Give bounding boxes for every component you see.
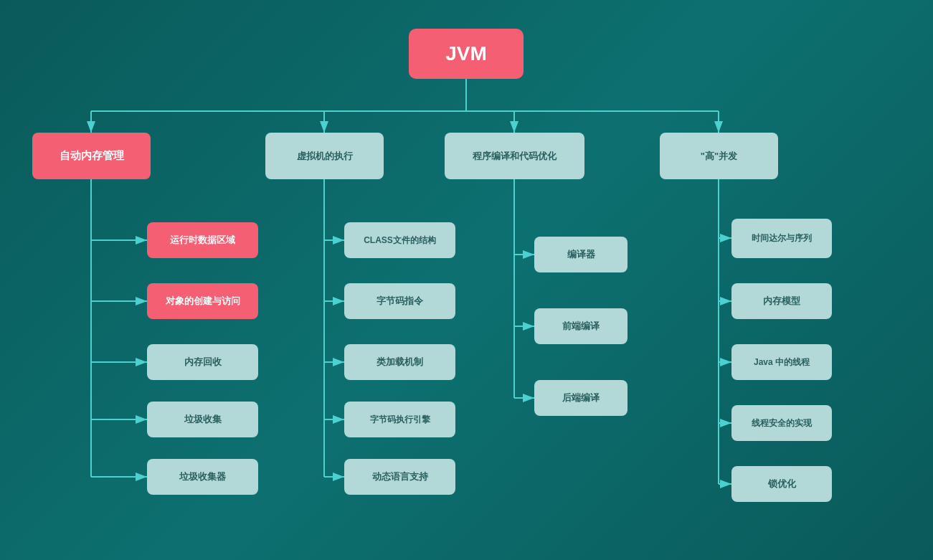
mem-child-3: 垃圾收集 xyxy=(184,413,222,426)
concurrent-child-4: 锁优化 xyxy=(768,478,796,490)
node-concurrent-1: 内存模型 xyxy=(731,283,832,319)
node-concurrent: "高"并发 xyxy=(660,133,778,179)
node-compile-0: 编译器 xyxy=(534,237,627,272)
node-vm-2: 类加载机制 xyxy=(344,344,455,380)
mem-child-2: 内存回收 xyxy=(184,356,222,369)
node-mem-0: 运行时数据区域 xyxy=(147,222,258,258)
compile-child-1: 前端编译 xyxy=(562,320,600,333)
node-compile-1: 前端编译 xyxy=(534,308,627,344)
node-concurrent-2: Java 中的线程 xyxy=(731,344,832,380)
mem-child-4: 垃圾收集器 xyxy=(179,470,226,483)
vm-label: 虚拟机的执行 xyxy=(297,150,353,163)
concurrent-child-3: 线程安全的实现 xyxy=(752,417,812,430)
diagram: JVM 自动内存管理 虚拟机的执行 程序编译和代码优化 "高"并发 运行时数据区… xyxy=(0,0,933,560)
compile-child-2: 后端编译 xyxy=(562,391,600,404)
compile-child-0: 编译器 xyxy=(567,248,595,261)
node-vm-3: 字节码执行引擎 xyxy=(344,402,455,437)
node-mem-2: 内存回收 xyxy=(147,344,258,380)
node-mem-4: 垃圾收集器 xyxy=(147,459,258,495)
root-node: JVM xyxy=(409,29,524,79)
vm-child-0: CLASS文件的结构 xyxy=(364,234,436,247)
node-vm-4: 动态语言支持 xyxy=(344,459,455,495)
node-vm-1: 字节码指令 xyxy=(344,283,455,319)
node-concurrent-4: 锁优化 xyxy=(731,466,832,502)
concurrent-child-0: 时间达尔与序列 xyxy=(752,232,812,245)
compile-label: 程序编译和代码优化 xyxy=(473,150,557,163)
concurrent-label: "高"并发 xyxy=(701,150,737,163)
vm-child-2: 类加载机制 xyxy=(376,356,423,369)
mem-child-0: 运行时数据区域 xyxy=(170,234,235,247)
mem-label: 自动内存管理 xyxy=(60,149,124,163)
node-mem-1: 对象的创建与访问 xyxy=(147,283,258,319)
vm-child-1: 字节码指令 xyxy=(376,295,423,308)
node-vm-0: CLASS文件的结构 xyxy=(344,222,455,258)
node-concurrent-3: 线程安全的实现 xyxy=(731,405,832,441)
vm-child-3: 字节码执行引擎 xyxy=(370,414,430,426)
concurrent-child-2: Java 中的线程 xyxy=(754,356,810,369)
node-concurrent-0: 时间达尔与序列 xyxy=(731,219,832,258)
mem-child-1: 对象的创建与访问 xyxy=(166,295,240,308)
node-vm: 虚拟机的执行 xyxy=(265,133,384,179)
root-label: JVM xyxy=(445,42,487,65)
node-mem: 自动内存管理 xyxy=(32,133,151,179)
node-compile-2: 后端编译 xyxy=(534,380,627,416)
vm-child-4: 动态语言支持 xyxy=(372,470,428,483)
node-mem-3: 垃圾收集 xyxy=(147,402,258,437)
concurrent-child-1: 内存模型 xyxy=(763,295,800,308)
node-compile: 程序编译和代码优化 xyxy=(445,133,584,179)
